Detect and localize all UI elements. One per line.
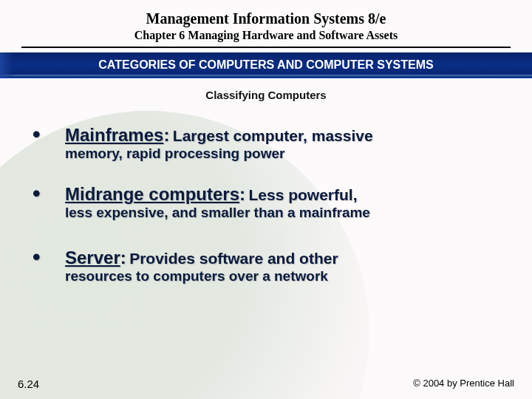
slide-header: Management Information Systems 8/e Chapt… <box>0 0 532 101</box>
bullet-term: Server <box>65 248 120 267</box>
chapter-subtitle: Chapter 6 Managing Hardware and Software… <box>0 27 532 47</box>
category-banner: CATEGORIES OF COMPUTERS AND COMPUTER SYS… <box>0 52 532 78</box>
list-item: • Server: Provides software and other re… <box>30 248 502 284</box>
bullet-lead: Largest computer, massive <box>173 127 373 144</box>
banner-edge-decoration <box>0 52 13 78</box>
bullet-icon: • <box>30 184 65 203</box>
bullet-text: Midrange computers: Less powerful, less … <box>65 184 502 221</box>
bullet-icon: • <box>30 125 65 144</box>
bullet-term: Mainframes <box>65 125 163 145</box>
bullet-lead: Provides software and other <box>129 250 338 267</box>
list-item: • Mainframes: Largest computer, massive … <box>30 125 502 162</box>
divider-line <box>21 47 511 48</box>
bullet-text: Server: Provides software and other reso… <box>65 248 502 284</box>
slide-footer: 6.24 © 2004 by Prentice Hall <box>0 378 532 390</box>
list-item: • Midrange computers: Less powerful, les… <box>30 184 502 221</box>
section-heading: Classifying Computers <box>0 89 532 101</box>
slide-content: • Mainframes: Largest computer, massive … <box>0 101 532 284</box>
bullet-rest: less expensive, and smaller than a mainf… <box>65 205 370 220</box>
banner-text: CATEGORIES OF COMPUTERS AND COMPUTER SYS… <box>98 58 433 71</box>
bullet-rest: resources to computers over a network <box>65 268 328 284</box>
bullet-rest: memory, rapid processing power <box>65 146 284 161</box>
bullet-lead: Less powerful, <box>249 186 358 203</box>
bullet-term: Midrange computers <box>65 184 239 204</box>
bullet-icon: • <box>30 248 65 267</box>
book-title: Management Information Systems 8/e <box>0 0 532 27</box>
bullet-text: Mainframes: Largest computer, massive me… <box>65 125 502 162</box>
copyright-text: © 2004 by Prentice Hall <box>413 378 514 390</box>
slide-number: 6.24 <box>18 378 39 390</box>
